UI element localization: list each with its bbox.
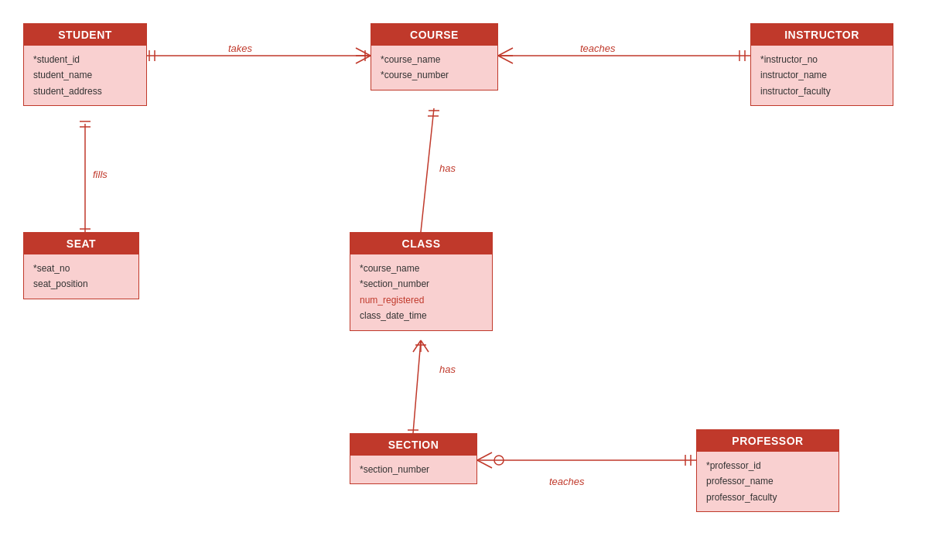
field-class-course-name: *course_name bbox=[360, 261, 483, 276]
entity-seat-title: SEAT bbox=[67, 237, 96, 250]
rel-has-section: has bbox=[439, 364, 456, 375]
field-professor-name: professor_name bbox=[706, 473, 829, 489]
entity-student-header: STUDENT bbox=[24, 24, 146, 46]
entity-seat-body: *seat_no seat_position bbox=[24, 254, 138, 299]
entity-professor: PROFESSOR *professor_id professor_name p… bbox=[696, 429, 839, 512]
entity-professor-title: PROFESSOR bbox=[732, 435, 803, 447]
field-instructor-no: *instructor_no bbox=[760, 52, 883, 67]
entity-course-body: *course_name *course_number bbox=[371, 46, 497, 90]
entity-instructor-body: *instructor_no instructor_name instructo… bbox=[751, 46, 893, 105]
field-section-number: *section_number bbox=[360, 462, 467, 477]
field-course-number: *course_number bbox=[381, 67, 488, 83]
field-professor-id: *professor_id bbox=[706, 458, 829, 473]
entity-section-header: SECTION bbox=[350, 434, 476, 456]
entity-student-body: *student_id student_name student_address bbox=[24, 46, 146, 105]
entity-seat-header: SEAT bbox=[24, 233, 138, 254]
svg-line-3 bbox=[356, 48, 371, 56]
entity-class-header: CLASS bbox=[350, 233, 492, 254]
svg-line-9 bbox=[498, 56, 513, 63]
svg-line-33 bbox=[477, 452, 492, 460]
entity-professor-body: *professor_id professor_name professor_f… bbox=[697, 452, 838, 511]
field-instructor-name: instructor_name bbox=[760, 67, 883, 83]
entity-course-title: COURSE bbox=[410, 29, 459, 41]
entity-section-title: SECTION bbox=[388, 439, 439, 451]
rel-fills: fills bbox=[93, 169, 108, 180]
entity-student: STUDENT *student_id student_name student… bbox=[23, 23, 147, 106]
svg-line-27 bbox=[421, 340, 429, 352]
svg-point-35 bbox=[494, 456, 504, 465]
entity-instructor: INSTRUCTOR *instructor_no instructor_nam… bbox=[750, 23, 893, 106]
field-course-name: *course_name bbox=[381, 52, 488, 67]
entity-class-body: *course_name *section_number num_registe… bbox=[350, 254, 492, 330]
svg-line-26 bbox=[413, 340, 421, 352]
entity-class: CLASS *course_name *section_number num_r… bbox=[350, 232, 493, 331]
field-seat-position: seat_position bbox=[33, 276, 129, 292]
svg-line-18 bbox=[421, 108, 434, 232]
entity-seat: SEAT *seat_no seat_position bbox=[23, 232, 139, 299]
entity-section-body: *section_number bbox=[350, 456, 476, 483]
rel-has-class: has bbox=[439, 162, 456, 174]
entity-instructor-header: INSTRUCTOR bbox=[751, 24, 893, 46]
entity-course: COURSE *course_name *course_number bbox=[371, 23, 498, 90]
entity-professor-header: PROFESSOR bbox=[697, 430, 838, 452]
field-class-num-registered: num_registered bbox=[360, 292, 483, 308]
field-student-address: student_address bbox=[33, 84, 137, 99]
field-class-section-number: *section_number bbox=[360, 276, 483, 292]
svg-line-4 bbox=[356, 56, 371, 63]
svg-line-25 bbox=[413, 340, 421, 433]
entity-section: SECTION *section_number bbox=[350, 433, 477, 484]
svg-line-34 bbox=[477, 460, 492, 468]
field-class-date-time: class_date_time bbox=[360, 308, 483, 323]
field-professor-faculty: professor_faculty bbox=[706, 490, 829, 505]
entity-student-title: STUDENT bbox=[58, 29, 112, 41]
rel-teaches-instructor: teaches bbox=[580, 43, 616, 54]
diagram-container: STUDENT *student_id student_name student… bbox=[0, 0, 929, 560]
field-student-id: *student_id bbox=[33, 52, 137, 67]
rel-teaches-professor: teaches bbox=[549, 476, 585, 487]
entity-course-header: COURSE bbox=[371, 24, 497, 46]
rel-takes: takes bbox=[228, 43, 252, 54]
field-student-name: student_name bbox=[33, 67, 137, 83]
svg-line-8 bbox=[498, 48, 513, 56]
entity-class-title: CLASS bbox=[402, 237, 441, 250]
field-seat-no: *seat_no bbox=[33, 261, 129, 276]
entity-instructor-title: INSTRUCTOR bbox=[784, 29, 859, 41]
field-instructor-faculty: instructor_faculty bbox=[760, 84, 883, 99]
